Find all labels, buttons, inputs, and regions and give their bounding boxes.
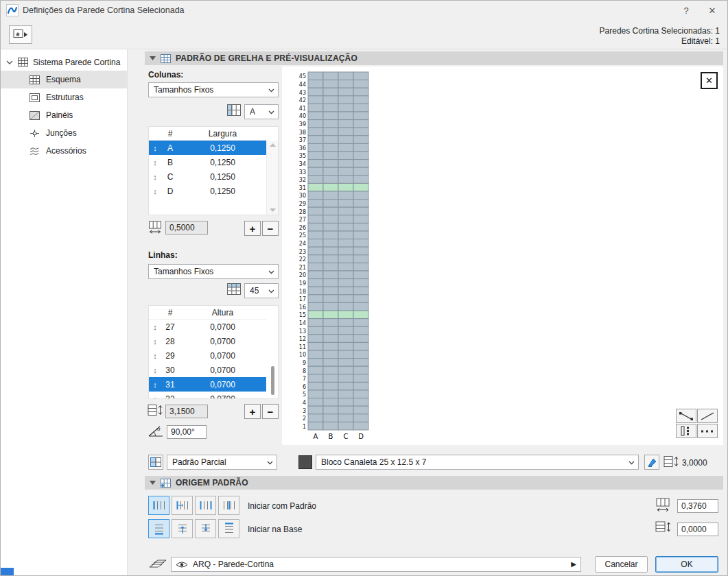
svg-text:22: 22: [299, 256, 306, 263]
base-start-option-4-button[interactable]: [218, 519, 239, 538]
pattern-start-option-4-button[interactable]: [218, 496, 239, 515]
sidebar-root-curtain-wall-system[interactable]: Sistema Parede Cortina: [1, 53, 127, 71]
line-selector-select[interactable]: 45: [244, 283, 279, 298]
grid-angle-field[interactable]: 90,00°: [167, 425, 207, 439]
scroll-up-icon[interactable]: [267, 143, 278, 147]
column-row-B[interactable]: ↕B0,1250: [149, 155, 266, 169]
line-row-32[interactable]: ↕320,0700: [149, 392, 266, 399]
sidebar-item-estruturas[interactable]: Estruturas: [1, 88, 127, 106]
base-start-option-2-button[interactable]: [172, 519, 193, 538]
column-dots-icon[interactable]: [676, 424, 696, 438]
favorites-button[interactable]: [9, 25, 32, 44]
lines-table-scrollbar[interactable]: [266, 320, 278, 398]
row-value[interactable]: 0,0700: [179, 337, 266, 346]
drag-handle-icon[interactable]: ↕: [149, 144, 161, 152]
columns-scheme-select[interactable]: Tamanhos Fixos: [148, 82, 279, 97]
infill-swatch[interactable]: [298, 455, 312, 469]
row-value[interactable]: 0,0700: [179, 365, 266, 375]
vertical-offset-field[interactable]: 0,0000: [677, 523, 718, 536]
close-button[interactable]: ✕: [701, 3, 723, 18]
pattern-start-option-2-button[interactable]: [172, 496, 193, 515]
row-value[interactable]: 0,0700: [179, 380, 266, 389]
infill-type-select[interactable]: Bloco Canaleta 25 x 12.5 x 7: [316, 455, 639, 470]
row-value[interactable]: 0,1250: [179, 158, 266, 167]
collapse-caret-icon[interactable]: [150, 56, 156, 60]
editable-count: Editável: 1: [600, 36, 720, 47]
line-row-29[interactable]: ↕290,0700: [149, 348, 266, 363]
layer-flyout-arrow-icon[interactable]: ▶: [571, 560, 576, 568]
help-button[interactable]: ?: [675, 3, 697, 18]
svg-text:39: 39: [299, 121, 306, 128]
sidebar-item-paineis[interactable]: Painéis: [1, 106, 127, 124]
svg-text:C: C: [344, 433, 349, 440]
drag-handle-icon[interactable]: ↕: [149, 352, 161, 360]
row-id: D: [161, 187, 179, 196]
line-row-28[interactable]: ↕280,0700: [149, 334, 266, 348]
grid-pattern-panel-header[interactable]: PADRÃO DE GRELHA E PRÉ-VISUALIZAÇÃO: [145, 51, 723, 65]
svg-text:2: 2: [303, 416, 306, 422]
line-row-30[interactable]: ↕300,0700: [149, 363, 266, 377]
partial-pattern-button[interactable]: [148, 455, 163, 470]
column-row-A[interactable]: ↕A0,1250: [149, 141, 266, 155]
column-row-C[interactable]: ↕C0,1250: [149, 169, 266, 184]
drag-handle-icon[interactable]: ↕: [149, 395, 161, 400]
line-row-27[interactable]: ↕270,0700: [149, 320, 266, 334]
grid-preview-pane[interactable]: 4544434241403938373635343332313029282726…: [282, 67, 723, 445]
column-row-D[interactable]: ↕D0,1250: [149, 184, 266, 198]
remove-line-button[interactable]: −: [262, 404, 279, 419]
pattern-start-option-1-button[interactable]: [148, 496, 169, 515]
preview-close-button[interactable]: ✕: [701, 72, 718, 89]
drag-handle-icon[interactable]: ↕: [149, 173, 161, 181]
add-column-button[interactable]: +: [244, 221, 261, 236]
columns-table-body: ↕A0,1250↕B0,1250↕C0,1250↕D0,1250: [149, 141, 278, 198]
row-value[interactable]: 0,0700: [179, 394, 266, 400]
grid-pattern-panel-title: PADRÃO DE GRELHA E PRÉ-VISUALIZAÇÃO: [176, 53, 357, 63]
line-selector-grid-icon: [227, 283, 241, 295]
scrollbar-thumb[interactable]: [271, 366, 274, 395]
columns-total-field[interactable]: 0,5000: [165, 221, 208, 235]
drag-handle-icon[interactable]: ↕: [149, 366, 161, 374]
ok-button[interactable]: OK: [655, 556, 718, 573]
cancel-button[interactable]: Cancelar: [595, 556, 648, 573]
row-id: C: [161, 172, 179, 182]
collapse-caret-icon[interactable]: [150, 481, 156, 485]
row-dots-icon[interactable]: [697, 424, 718, 438]
preview-grid-svg: 4544434241403938373635343332313029282726…: [292, 71, 381, 441]
row-value[interactable]: 0,1250: [179, 172, 266, 182]
base-start-option-3-button[interactable]: [195, 519, 216, 538]
svg-text:40: 40: [299, 113, 306, 119]
row-id: 30: [161, 365, 179, 375]
remove-column-button[interactable]: −: [262, 221, 279, 236]
svg-text:α: α: [157, 426, 161, 432]
pattern-scope-select[interactable]: Padrão Parcial: [167, 455, 277, 470]
diagonal-up-pattern-icon[interactable]: [697, 409, 718, 423]
add-line-button[interactable]: +: [244, 404, 261, 419]
row-value[interactable]: 0,0700: [179, 351, 266, 361]
svg-text:D: D: [358, 433, 364, 440]
scroll-down-icon[interactable]: [267, 208, 278, 212]
drag-handle-icon[interactable]: ↕: [149, 323, 161, 331]
drag-handle-icon[interactable]: ↕: [149, 381, 161, 389]
base-start-option-1-button[interactable]: [148, 519, 169, 538]
line-row-31[interactable]: ↕310,0700: [149, 377, 266, 392]
lines-scheme-select[interactable]: Tamanhos Fixos: [148, 264, 279, 279]
row-value[interactable]: 0,1250: [179, 187, 266, 196]
diagonal-down-pattern-icon[interactable]: [676, 409, 696, 423]
sidebar-item-acessorios[interactable]: Acessórios: [1, 142, 127, 160]
row-value[interactable]: 0,1250: [179, 143, 266, 153]
horizontal-offset-field[interactable]: 0,3760: [677, 499, 718, 513]
drag-handle-icon[interactable]: ↕: [149, 158, 161, 167]
pick-component-button[interactable]: [644, 455, 659, 470]
sidebar-item-juncoes[interactable]: Junções: [1, 124, 127, 142]
drag-handle-icon[interactable]: ↕: [149, 337, 161, 346]
pattern-start-option-3-button[interactable]: [195, 496, 216, 515]
drag-handle-icon[interactable]: ↕: [149, 187, 161, 195]
row-value[interactable]: 0,0700: [179, 322, 266, 332]
lines-total-field[interactable]: 3,1500: [165, 405, 208, 418]
columns-table-scrollbar[interactable]: [266, 141, 278, 215]
column-selector-select[interactable]: A: [244, 104, 279, 119]
pattern-origin-panel-header[interactable]: ORIGEM PADRÃO: [145, 476, 723, 490]
sidebar-item-esquema[interactable]: Esquema: [1, 71, 127, 88]
svg-text:8: 8: [303, 368, 306, 374]
layer-select[interactable]: ARQ - Parede-Cortina ▶: [171, 557, 581, 572]
